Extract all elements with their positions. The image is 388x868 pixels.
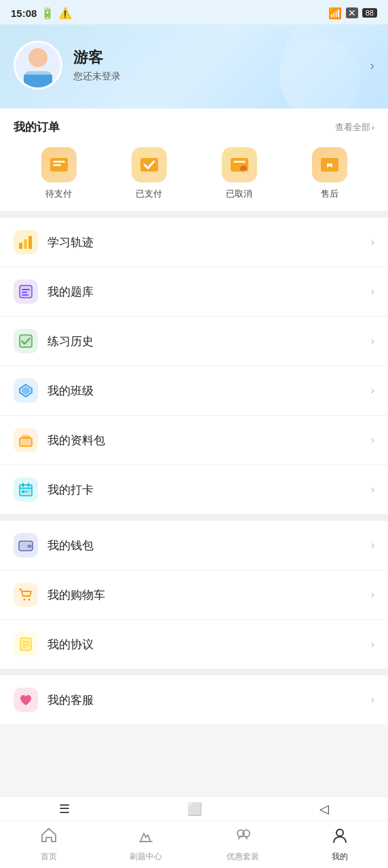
nav-item-packages[interactable]: 优惠套装 (194, 821, 291, 868)
svg-rect-14 (22, 289, 30, 290)
svg-rect-16 (22, 294, 28, 296)
menu-arrow-practice-history: › (371, 335, 374, 347)
my-class-icon-wrap (14, 378, 38, 403)
menu-arrow-agreement: › (371, 638, 374, 650)
svg-text:...: ... (241, 166, 247, 173)
mine-icon (331, 827, 349, 848)
profile-header[interactable]: 游客 您还未登录 › (0, 24, 388, 108)
system-nav-home[interactable]: ⬜ (187, 802, 202, 816)
view-all-orders[interactable]: 查看全部 › (335, 121, 374, 134)
system-nav-menu[interactable]: ☰ (59, 802, 70, 816)
bottom-nav: 首页 刷题中心 优惠套装 我的 (0, 821, 388, 868)
order-item-aftersale[interactable]: 售后 (312, 147, 347, 200)
svg-rect-2 (53, 164, 61, 166)
section-divider-3 (0, 669, 388, 675)
menu-item-question-bank[interactable]: 我的题库 › (0, 267, 388, 317)
practice-history-icon-wrap (14, 329, 38, 353)
menu-label-question-bank: 我的题库 (47, 284, 371, 300)
nav-item-home[interactable]: 首页 (0, 821, 97, 868)
section-divider-2 (0, 514, 388, 521)
nav-label-mine: 我的 (332, 851, 348, 863)
cart-icon-wrap (14, 583, 38, 607)
nav-label-practice: 刷题中心 (130, 851, 162, 863)
menu-arrow-my-class: › (371, 384, 374, 397)
menu-label-agreement: 我的协议 (47, 637, 371, 652)
order-item-paid[interactable]: 已支付 (132, 147, 167, 200)
menu-label-customer-service: 我的客服 (47, 692, 371, 708)
nav-item-mine[interactable]: 我的 (291, 821, 388, 868)
menu-item-study-track[interactable]: 学习轨迹 › (0, 218, 388, 267)
menu-label-wallet: 我的钱包 (47, 538, 371, 553)
avatar (14, 41, 62, 90)
menu-item-practice-history[interactable]: 练习历史 › (0, 317, 388, 366)
menu-group-3: 我的客服 › (0, 675, 388, 724)
cross-icon: ✕ (346, 7, 358, 18)
home-icon (40, 827, 58, 848)
checkin-icon-wrap (14, 477, 38, 502)
packages-icon (234, 827, 252, 848)
menu-item-customer-service[interactable]: 我的客服 › (0, 675, 388, 724)
svg-rect-5 (233, 161, 246, 163)
order-item-cancelled[interactable]: ... 已取消 (222, 147, 257, 200)
svg-point-48 (336, 829, 343, 836)
svg-rect-22 (20, 438, 32, 446)
question-bank-icon-wrap (14, 279, 38, 304)
svg-rect-40 (20, 638, 31, 650)
section-divider-1 (0, 211, 388, 218)
status-bar: 15:08 🔋 ⚠️ 📶 ✕ 88 (0, 0, 388, 24)
customer-service-icon-wrap (14, 688, 38, 712)
status-time: 15:08 (11, 7, 37, 19)
menu-item-checkin[interactable]: 我的打卡 › (0, 465, 388, 514)
profile-name: 游客 (73, 47, 374, 68)
order-label-paid: 已支付 (136, 188, 162, 200)
material-package-icon-wrap (14, 428, 38, 452)
orders-grid: 待支付 已支付 ... (14, 147, 374, 200)
practice-icon (137, 827, 155, 848)
svg-point-32 (24, 490, 27, 493)
menu-arrow-customer-service: › (371, 694, 374, 706)
menu-item-wallet[interactable]: 我的钱包 › (0, 521, 388, 570)
order-label-aftersale: 售后 (321, 188, 338, 200)
orders-section: 我的订单 查看全部 › 待支付 (0, 108, 388, 211)
orders-header: 我的订单 查看全部 › (14, 119, 374, 135)
battery-icon: 88 (362, 8, 377, 18)
menu-label-cart: 我的购物车 (47, 587, 371, 603)
menu-label-my-class: 我的班级 (47, 383, 371, 399)
menu-group-1: 学习轨迹 › 我的题库 › (0, 218, 388, 514)
study-track-icon-wrap (14, 230, 38, 254)
svg-point-39 (28, 599, 31, 601)
menu-arrow-cart: › (371, 589, 374, 601)
status-icon2: ⚠️ (58, 7, 72, 20)
svg-rect-10 (24, 239, 27, 249)
svg-point-31 (22, 490, 24, 493)
nav-item-practice[interactable]: 刷题中心 (97, 821, 194, 868)
menu-arrow-checkin: › (371, 484, 374, 496)
menu-label-study-track: 学习轨迹 (47, 235, 371, 250)
nav-label-packages: 优惠套装 (227, 851, 259, 863)
svg-point-38 (24, 599, 26, 601)
menu-arrow-material-package: › (371, 434, 374, 446)
orders-title: 我的订单 (14, 119, 60, 135)
menu-item-agreement[interactable]: 我的协议 › (0, 620, 388, 669)
svg-rect-25 (22, 435, 29, 437)
order-label-pending: 待支付 (45, 188, 72, 200)
system-nav-bar: ☰ ⬜ ◁ (0, 796, 388, 821)
svg-rect-9 (19, 243, 22, 249)
agreement-icon-wrap (14, 632, 38, 656)
menu-arrow-study-track: › (371, 236, 374, 248)
menu-item-cart[interactable]: 我的购物车 › (0, 570, 388, 620)
profile-info: 游客 您还未登录 (73, 47, 374, 83)
menu-item-my-class[interactable]: 我的班级 › (0, 366, 388, 416)
nav-label-home: 首页 (41, 851, 57, 863)
profile-subtitle: 您还未登录 (73, 71, 374, 83)
order-label-cancelled: 已取消 (226, 188, 252, 200)
order-item-pending[interactable]: 待支付 (41, 147, 77, 200)
menu-label-practice-history: 练习历史 (47, 334, 371, 349)
menu-arrow-question-bank: › (371, 285, 374, 298)
profile-arrow[interactable]: › (370, 58, 374, 73)
svg-rect-1 (53, 161, 65, 163)
system-nav-back[interactable]: ◁ (319, 802, 329, 816)
menu-label-material-package: 我的资料包 (47, 433, 371, 448)
svg-rect-3 (140, 158, 158, 172)
menu-item-material-package[interactable]: 我的资料包 › (0, 416, 388, 465)
